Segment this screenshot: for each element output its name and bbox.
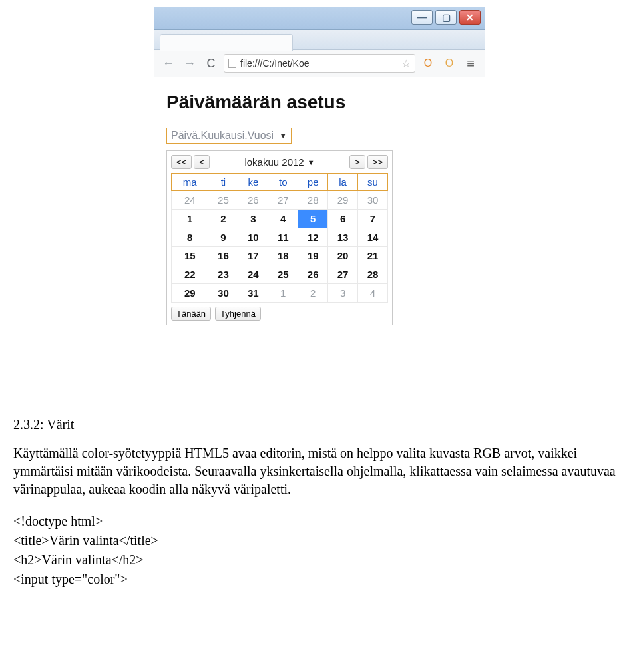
chevron-down-icon: ▼ [308,158,315,166]
arrow-right-icon: → [184,57,196,71]
address-bar[interactable]: file:///C:/Inet/Koe ☆ [224,54,415,73]
calendar-day[interactable]: 21 [358,247,388,265]
calendar-day[interactable]: 8 [172,228,208,247]
weekday-header: ke [238,174,268,191]
code-line: <!doctype html> [13,512,626,531]
browser-tab[interactable] [160,34,293,51]
page-title: Päivämäärän asetus [166,92,473,113]
calendar-day[interactable]: 30 [208,284,238,303]
calendar-day[interactable]: 5 [298,210,328,228]
calendar-day[interactable]: 29 [172,284,208,303]
back-button[interactable]: ← [160,55,177,72]
calendar-day[interactable]: 6 [328,210,358,228]
page-content: Päivämäärän asetus Päivä.Kuukausi.Vuosi … [154,77,485,397]
today-button[interactable]: Tänään [171,307,211,321]
calendar-day[interactable]: 28 [358,265,388,284]
calendar-day[interactable]: 25 [268,265,298,284]
clear-button[interactable]: Tyhjennä [215,307,261,321]
calendar-day[interactable]: 26 [298,265,328,284]
calendar-day[interactable]: 1 [172,210,208,228]
calendar-day[interactable]: 10 [238,228,268,247]
calendar-day[interactable]: 24 [238,265,268,284]
tab-strip [154,30,485,50]
calendar-day[interactable]: 20 [328,247,358,265]
calendar-day[interactable]: 2 [208,210,238,228]
calendar-day[interactable]: 31 [238,284,268,303]
extension-icon-2[interactable]: O [441,55,458,72]
browser-toolbar: ← → C file:///C:/Inet/Koe ☆ O O ≡ [154,50,485,77]
reload-icon: C [207,57,216,71]
window-close-button[interactable]: ✕ [459,10,481,25]
calendar-day[interactable]: 4 [268,210,298,228]
calendar-day[interactable]: 2 [298,284,328,303]
next-year-button[interactable]: >> [367,155,388,169]
calendar-day[interactable]: 19 [298,247,328,265]
weekday-header: ti [208,174,238,191]
calendar-day[interactable]: 14 [358,228,388,247]
forward-button[interactable]: → [181,55,198,72]
calendar-day[interactable]: 4 [358,284,388,303]
calendar-day[interactable]: 3 [328,284,358,303]
window-maximize-button[interactable]: ▢ [435,10,457,25]
url-text: file:///C:/Inet/Koe [240,58,310,69]
calendar-day[interactable]: 9 [208,228,238,247]
weekday-header: la [328,174,358,191]
weekday-header: ma [172,174,208,191]
calendar-day[interactable]: 25 [208,191,238,210]
datepicker-popup: << < lokakuu 2012 ▼ > >> matiketopelasu … [166,150,393,325]
browser-window: — ▢ ✕ ← → C file:///C:/Inet/Koe ☆ O O ≡ … [154,7,485,397]
calendar-day[interactable]: 11 [268,228,298,247]
calendar-day[interactable]: 15 [172,247,208,265]
calendar-day[interactable]: 24 [172,191,208,210]
calendar-grid: matiketopelasu 2425262728293012345678910… [171,173,388,303]
arrow-left-icon: ← [162,57,174,71]
weekday-header: su [358,174,388,191]
body-paragraph: Käyttämällä color-syötetyyppiä HTML5 ava… [13,444,626,498]
calendar-day[interactable]: 29 [328,191,358,210]
window-minimize-button[interactable]: — [411,10,433,25]
prev-year-button[interactable]: << [171,155,192,169]
calendar-day[interactable]: 3 [238,210,268,228]
window-titlebar: — ▢ ✕ [154,7,485,30]
weekday-header: pe [298,174,328,191]
calendar-day[interactable]: 23 [208,265,238,284]
file-icon [228,59,236,68]
calendar-day[interactable]: 22 [172,265,208,284]
code-listing: <!doctype html> <title>Värin valinta</ti… [13,512,626,589]
prev-month-button[interactable]: < [194,155,210,169]
calendar-day[interactable]: 17 [238,247,268,265]
code-line: <input type="color"> [13,570,626,589]
calendar-day[interactable]: 26 [238,191,268,210]
date-input[interactable]: Päivä.Kuukausi.Vuosi ▼ [166,128,292,144]
reload-button[interactable]: C [202,55,220,72]
calendar-day[interactable]: 27 [328,265,358,284]
calendar-day[interactable]: 13 [328,228,358,247]
calendar-day[interactable]: 1 [268,284,298,303]
hamburger-menu-icon[interactable]: ≡ [462,55,479,72]
calendar-day[interactable]: 27 [268,191,298,210]
month-selector[interactable]: lokakuu 2012 ▼ [244,156,314,168]
calendar-day[interactable]: 16 [208,247,238,265]
calendar-day[interactable]: 7 [358,210,388,228]
code-line: <h2>Värin valinta</h2> [13,550,626,570]
calendar-day[interactable]: 18 [268,247,298,265]
weekday-header: to [268,174,298,191]
next-month-button[interactable]: > [349,155,365,169]
calendar-day[interactable]: 28 [298,191,328,210]
bookmark-star-icon[interactable]: ☆ [401,57,411,70]
extension-icon-1[interactable]: O [419,55,437,72]
code-line: <title>Värin valinta</title> [13,531,626,550]
month-label: lokakuu 2012 [244,156,304,168]
section-heading: 2.3.2: Värit [13,417,626,432]
dropdown-triangle-icon: ▼ [279,131,287,140]
date-placeholder: Päivä.Kuukausi.Vuosi [171,130,274,142]
calendar-day[interactable]: 12 [298,228,328,247]
calendar-day[interactable]: 30 [358,191,388,210]
